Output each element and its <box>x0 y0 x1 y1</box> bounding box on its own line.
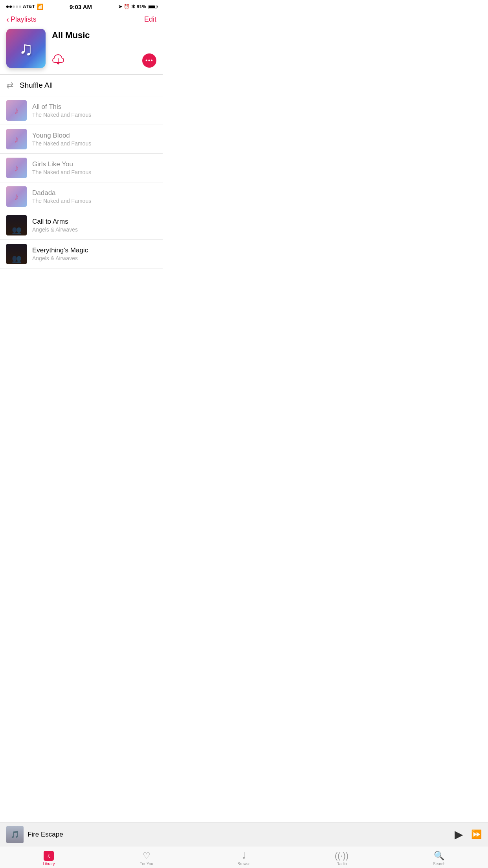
playlist-info: All Music ••• <box>52 29 156 68</box>
song-artwork: ♪ <box>6 186 27 207</box>
status-right: ➤ ⏰ ✻ 91% <box>118 4 156 9</box>
status-left: AT&T 📶 <box>6 4 43 10</box>
song-title: Call to Arms <box>32 218 163 226</box>
song-row[interactable]: ♪ All of This The Naked and Famous <box>0 96 163 125</box>
battery-indicator <box>148 5 156 9</box>
more-options-button[interactable]: ••• <box>142 53 156 68</box>
more-dots-icon: ••• <box>145 57 153 64</box>
wifi-icon: 📶 <box>37 4 43 10</box>
shuffle-all-row[interactable]: ⇄ Shuffle All <box>0 75 163 96</box>
song-row[interactable]: 👥 Everything's Magic Angels & Airwaves <box>0 240 163 268</box>
song-info: Young Blood The Naked and Famous <box>32 132 163 147</box>
download-button[interactable] <box>52 53 64 68</box>
nav-header: ‹ Playlists Edit <box>0 12 163 29</box>
scroll-padding <box>0 268 163 320</box>
back-label: Playlists <box>11 15 37 24</box>
song-artwork: ♪ <box>6 129 27 149</box>
signal-dot-1 <box>6 6 9 8</box>
status-bar: AT&T 📶 9:03 AM ➤ ⏰ ✻ 91% <box>0 0 163 12</box>
dark-album-art: 👥 <box>6 215 27 235</box>
playlist-artwork: ♫ <box>6 29 46 68</box>
song-artist: Angels & Airwaves <box>32 226 163 233</box>
note-icon: ♪ <box>14 133 19 145</box>
back-chevron-icon: ‹ <box>6 15 9 24</box>
song-artist: The Naked and Famous <box>32 169 163 175</box>
time-display: 9:03 AM <box>70 4 92 10</box>
download-icon <box>52 53 64 66</box>
signal-dots <box>6 6 21 8</box>
default-artwork: ♪ <box>6 186 27 207</box>
song-artist: Angels & Airwaves <box>32 255 163 261</box>
default-artwork: ♪ <box>6 158 27 178</box>
note-icon: ♪ <box>14 105 19 117</box>
song-info: Girls Like You The Naked and Famous <box>32 160 163 175</box>
playlist-actions: ••• <box>52 53 156 68</box>
song-row[interactable]: ♪ Dadada The Naked and Famous <box>0 182 163 211</box>
signal-dot-5 <box>19 6 21 8</box>
song-title: Dadada <box>32 189 163 197</box>
playlist-header: ♫ All Music ••• <box>0 29 163 74</box>
song-artist: The Naked and Famous <box>32 140 163 147</box>
song-title: Everything's Magic <box>32 246 163 254</box>
song-info: Call to Arms Angels & Airwaves <box>32 218 163 233</box>
battery-percent: 91% <box>137 4 146 9</box>
back-button[interactable]: ‹ Playlists <box>6 15 37 24</box>
album-people-icon: 👥 <box>12 254 22 263</box>
note-icon: ♪ <box>14 191 19 203</box>
shuffle-label: Shuffle All <box>20 81 53 90</box>
song-info: All of This The Naked and Famous <box>32 103 163 118</box>
shuffle-icon: ⇄ <box>6 80 13 90</box>
album-people-icon: 👥 <box>12 225 22 235</box>
song-row[interactable]: 👥 Call to Arms Angels & Airwaves <box>0 211 163 240</box>
song-row[interactable]: ♪ Young Blood The Naked and Famous <box>0 125 163 154</box>
song-artwork: ♪ <box>6 158 27 178</box>
location-icon: ➤ <box>118 4 122 9</box>
song-artwork: ♪ <box>6 100 27 121</box>
song-title: Girls Like You <box>32 160 163 168</box>
signal-dot-2 <box>9 6 12 8</box>
music-note-icon: ♫ <box>19 38 33 59</box>
carrier-label: AT&T <box>23 4 35 9</box>
note-icon: ♪ <box>14 162 19 174</box>
signal-dot-3 <box>13 6 15 8</box>
playlist-title: All Music <box>52 30 156 40</box>
song-row[interactable]: ♪ Girls Like You The Naked and Famous <box>0 154 163 182</box>
song-title: Young Blood <box>32 132 163 140</box>
song-artist: The Naked and Famous <box>32 198 163 204</box>
song-artwork: 👥 <box>6 244 27 264</box>
default-artwork: ♪ <box>6 100 27 121</box>
bluetooth-icon: ✻ <box>131 4 135 9</box>
signal-dot-4 <box>16 6 18 8</box>
song-list: ♪ All of This The Naked and Famous ♪ You… <box>0 96 163 268</box>
default-artwork: ♪ <box>6 129 27 149</box>
song-info: Everything's Magic Angels & Airwaves <box>32 246 163 261</box>
song-artwork: 👥 <box>6 215 27 235</box>
battery-fill <box>149 6 155 8</box>
edit-button[interactable]: Edit <box>144 15 156 24</box>
dark-album-art: 👥 <box>6 244 27 264</box>
song-info: Dadada The Naked and Famous <box>32 189 163 204</box>
song-artist: The Naked and Famous <box>32 112 163 118</box>
song-title: All of This <box>32 103 163 111</box>
alarm-icon: ⏰ <box>124 4 130 9</box>
